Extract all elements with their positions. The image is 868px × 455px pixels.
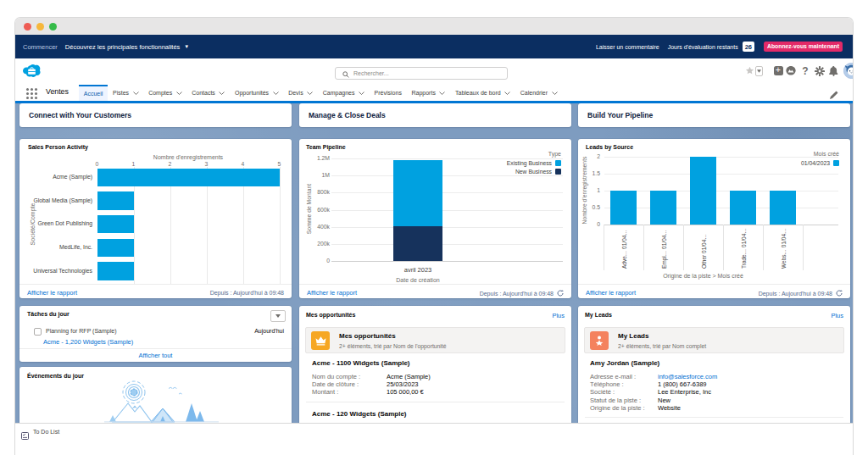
field-value: Website (658, 404, 681, 412)
task-related-link[interactable]: Acme - 1,200 Widgets (Sample) (43, 338, 133, 346)
nav-tab-label: Devis (288, 90, 303, 96)
bar-1[interactable] (610, 191, 637, 225)
favorites-star-icon[interactable] (744, 58, 754, 83)
record-title[interactable]: Acme - 120 Widgets (Sample) (312, 410, 407, 418)
discover-features-label: Découvrez les principales fonctionnalité… (65, 43, 181, 51)
notifications-bell-icon[interactable] (828, 58, 839, 83)
legend-entry-month[interactable]: 01/04/2023 (801, 160, 839, 166)
category-separator (643, 225, 644, 270)
nav-tab-comptes[interactable]: Comptes (143, 85, 186, 101)
bar-3[interactable] (690, 157, 716, 225)
chevron-down-icon (133, 92, 139, 95)
bar-medlife-inc-[interactable] (97, 239, 134, 258)
refresh-icon[interactable] (557, 290, 564, 297)
app-name[interactable]: Ventes (46, 83, 69, 101)
setup-gear-icon[interactable] (814, 58, 825, 83)
chart-footer: Afficher le rapportDepuis : Aujourd'hui … (19, 284, 292, 298)
field-label: Statut de la piste : (590, 397, 641, 404)
bar-5[interactable] (770, 191, 796, 225)
field-value: 1 (800) 667-6389 (658, 380, 707, 388)
nav-tab-devis[interactable]: Devis (283, 85, 318, 101)
favorites-dropdown-button[interactable] (754, 58, 764, 83)
task-checkbox[interactable] (34, 328, 42, 336)
bar-segment-new-business[interactable] (393, 226, 442, 261)
last-refresh-status: Depuis : Aujourd'hui à 09:48 (210, 290, 284, 296)
bar-green-dot-publishing[interactable] (97, 215, 134, 234)
nav-tab-contacts[interactable]: Contacts (186, 85, 230, 101)
bar-segment-existing-business[interactable] (393, 160, 442, 226)
feedback-link[interactable]: Laisser un commentaire (596, 44, 659, 50)
trailhead-guidance-icon[interactable] (786, 58, 796, 83)
global-actions-plus-button[interactable]: + (773, 58, 783, 83)
bar-universal-technologies[interactable] (97, 262, 134, 280)
x-category-label: avril 2023 (359, 266, 477, 274)
nav-tab-opportunit-s[interactable]: Opportunités (230, 85, 283, 101)
record-title[interactable]: Amy Jordan (Sample) (590, 359, 659, 367)
record-field-row: Statut de la piste :New (590, 397, 843, 404)
record-title[interactable]: Acme - 1100 Widgets (Sample) (312, 359, 410, 367)
help-icon[interactable]: ? (800, 58, 810, 83)
field-value[interactable]: info@salesforce.com (658, 373, 717, 380)
field-value: New (658, 397, 670, 404)
banner-title[interactable]: Mes opportunités (339, 332, 396, 340)
view-report-link[interactable]: Afficher le rapport (586, 289, 636, 297)
nav-tab-rapports[interactable]: Rapports (407, 85, 451, 101)
refresh-icon[interactable] (836, 290, 843, 297)
view-report-link[interactable]: Afficher le rapport (307, 289, 357, 297)
card-title: Mes opportunités (306, 312, 355, 318)
chevron-down-icon: ▼ (184, 44, 189, 49)
user-avatar[interactable] (843, 58, 854, 83)
chart-legend: TypeExisting BusinessNew Business (507, 151, 561, 175)
nav-tab-campagnes[interactable]: Campagnes (318, 85, 370, 101)
nav-tab-accueil[interactable]: Accueil (79, 85, 108, 101)
nav-tab-pistes[interactable]: Pistes (108, 85, 143, 101)
nav-tab-label: Pistes (113, 90, 129, 96)
utility-item-todo-list[interactable]: To Do List (33, 429, 59, 435)
app-launcher-waffle-icon[interactable] (26, 88, 37, 99)
chart-title: Sales Person Activity (28, 144, 88, 150)
gridline (331, 244, 563, 245)
get-started-link[interactable]: Commencer (23, 43, 58, 51)
bar-global-media-sample-[interactable] (97, 191, 134, 210)
task-title[interactable]: Planning for RFP (Sample) (46, 328, 117, 334)
refresh-time-text: Depuis : Aujourd'hui à 09:48 (759, 291, 832, 297)
more-link[interactable]: Plus (831, 312, 843, 319)
discover-features-menu[interactable]: Découvrez les principales fonctionnalité… (65, 43, 189, 51)
y-axis-tick-label: 400k (299, 224, 330, 230)
nav-tab-tableaux-de-bord[interactable]: Tableaux de bord (450, 85, 515, 101)
opportunities-banner: Mes opportunités 2+ éléments, trié par N… (305, 327, 565, 353)
bar-4[interactable] (730, 191, 756, 225)
nav-tabs: AccueilPistesComptesContactsOpportunités… (79, 83, 562, 101)
global-search-input[interactable]: Rechercher... (335, 67, 508, 80)
banner-title[interactable]: My Leads (618, 332, 648, 340)
legend-entry-existing-business[interactable]: Existing Business (507, 160, 561, 166)
nav-tab-label: Contacts (192, 90, 215, 96)
waffle-dot (35, 97, 37, 99)
x-axis-tick-label: 2 (164, 161, 177, 167)
column-header-connect: Connect with Your Customers (19, 103, 292, 127)
legend-entry-new-business[interactable]: New Business (507, 169, 561, 175)
gridline (331, 210, 563, 211)
edit-pencil-icon[interactable] (830, 87, 838, 103)
record-field-row: Nom du compte :Acme (Sample) (312, 373, 565, 380)
minimize-window-button[interactable] (36, 23, 44, 31)
x-axis-title: Date de création (359, 277, 477, 283)
view-report-link[interactable]: Afficher le rapport (27, 289, 77, 297)
close-window-button[interactable] (24, 23, 31, 31)
record-field-row: Société :Lee Enterprise, Inc (590, 388, 843, 396)
subscribe-now-button[interactable]: Abonnez-vous maintenant (764, 42, 843, 52)
view-all-link[interactable]: Afficher tout (19, 352, 292, 359)
y-axis-tick-label: 1.2M (299, 155, 330, 161)
refresh-time-text: Depuis : Aujourd'hui à 09:48 (480, 291, 554, 297)
more-link[interactable]: Plus (552, 312, 565, 319)
tasks-menu-button[interactable] (270, 310, 286, 322)
field-label: Adresse e-mail : (590, 373, 636, 380)
legend-swatch (555, 169, 561, 175)
todays-events-card: Événements du jour (19, 367, 292, 423)
maximize-window-button[interactable] (49, 23, 57, 31)
nav-tab-calendrier[interactable]: Calendrier (515, 85, 562, 101)
nav-tab-pr-visions[interactable]: Prévisions (370, 85, 407, 101)
bar-acme-sample-[interactable] (97, 169, 280, 187)
bar-2[interactable] (650, 191, 676, 225)
last-refresh-status: Depuis : Aujourd'hui à 09:48 (480, 290, 564, 297)
